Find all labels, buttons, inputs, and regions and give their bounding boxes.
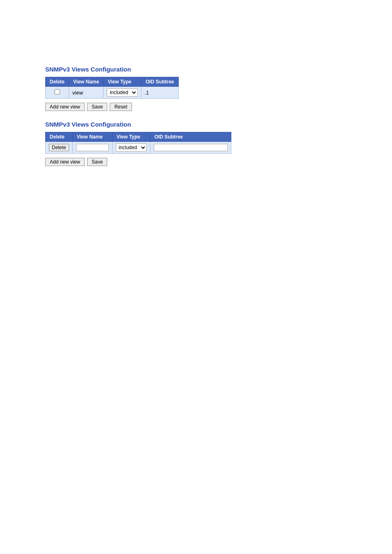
section1-delete-cell bbox=[46, 87, 69, 99]
section2-oid-cell bbox=[150, 142, 231, 154]
section2-table: Delete View Name View Type OID Subtree D… bbox=[45, 132, 231, 154]
section1-delete-checkbox[interactable] bbox=[55, 89, 60, 95]
section1-viewtype-select[interactable]: included excluded bbox=[107, 88, 138, 97]
section1-table: Delete View Name View Type OID Subtree v… bbox=[45, 77, 179, 99]
section1-save-button[interactable]: Save bbox=[87, 103, 107, 111]
section1-oid-value: .1 bbox=[145, 90, 149, 96]
section2-col-delete: Delete bbox=[46, 132, 73, 142]
section1-col-delete: Delete bbox=[46, 77, 69, 87]
section2-viewtype-select[interactable]: included excluded bbox=[116, 143, 147, 152]
section1-oid-cell: .1 bbox=[141, 87, 178, 99]
section2-save-button[interactable]: Save bbox=[87, 158, 107, 166]
section2-viewtype-cell: included excluded bbox=[112, 142, 150, 154]
section2-viewname-cell bbox=[72, 142, 112, 154]
section1-col-viewtype: View Type bbox=[104, 77, 141, 87]
section1-col-viewname: View Name bbox=[69, 77, 104, 87]
section1-viewtype-cell: included excluded bbox=[104, 87, 141, 99]
section2-col-oidsubtree: OID Subtree bbox=[150, 132, 231, 142]
section1-add-new-view-button[interactable]: Add new view bbox=[45, 103, 85, 111]
section1-reset-button[interactable]: Reset bbox=[110, 103, 131, 111]
section1-actions: Add new view Save Reset bbox=[45, 103, 392, 111]
section2-col-viewname: View Name bbox=[72, 132, 112, 142]
table-row: view included excluded .1 bbox=[46, 87, 179, 99]
section2-actions: Add new view Save bbox=[45, 158, 392, 166]
section2-title: SNMPv3 Views Configuration bbox=[45, 121, 392, 128]
section2-delete-button[interactable]: Delete bbox=[49, 144, 69, 151]
section1-viewname-value: view bbox=[72, 90, 83, 96]
section1-title: SNMPv3 Views Configuration bbox=[45, 66, 392, 73]
section1-col-oidsubtree: OID Subtree bbox=[141, 77, 178, 87]
table-row: Delete included excluded bbox=[46, 142, 231, 154]
section2-add-new-view-button[interactable]: Add new view bbox=[45, 158, 85, 166]
section2-oid-input[interactable] bbox=[154, 144, 228, 151]
section2-viewname-input[interactable] bbox=[76, 144, 109, 151]
section1-viewname-cell: view bbox=[69, 87, 104, 99]
section2-col-viewtype: View Type bbox=[112, 132, 150, 142]
section2-delete-cell: Delete bbox=[46, 142, 73, 154]
